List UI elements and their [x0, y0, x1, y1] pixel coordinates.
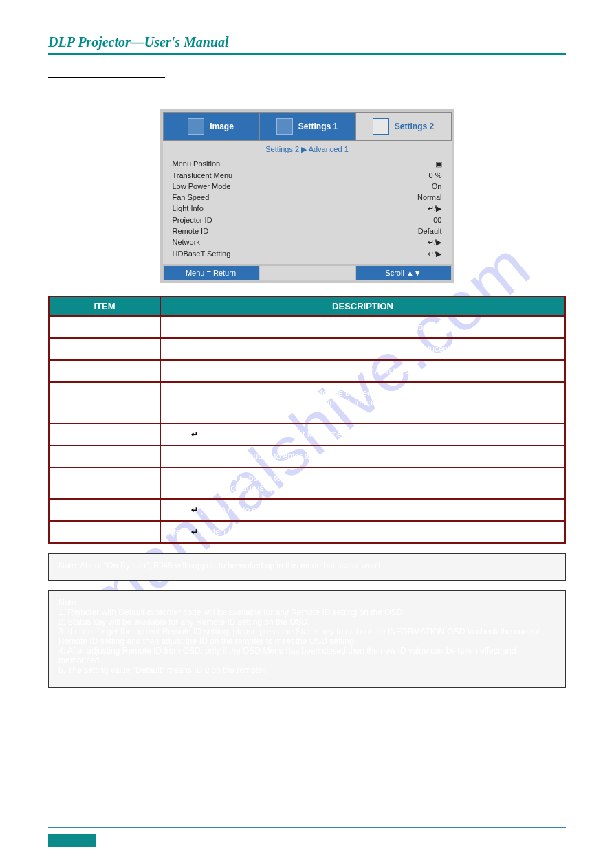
osd-row-value: ↵/▶: [428, 238, 441, 247]
table-item: HDBaseT Setting: [49, 521, 160, 543]
osd-body: Menu Position▣ Translucent Menu0 % Low P…: [163, 157, 452, 264]
osd-row-label: HDBaseT Setting: [173, 249, 231, 258]
enter-icon: ↵: [191, 505, 198, 515]
osd-row[interactable]: Low Power ModeOn: [173, 181, 442, 192]
osd-row-value: On: [432, 182, 442, 190]
table-row: Fan SpeedPress the cursor ◄► button to e…: [49, 382, 565, 423]
table-desc-text: (Enter) / ► to enter the HDBaseT Control…: [198, 527, 377, 537]
page-header-title: DLP Projector—User's Manual: [48, 34, 566, 53]
enter-icon: ↵: [191, 430, 198, 439]
section-title-underline: [48, 67, 165, 78]
osd-row[interactable]: Translucent Menu0 %: [173, 170, 442, 181]
table-item: Fan Speed: [49, 382, 160, 423]
table-desc: Press the cursor ◄► button to enter and …: [160, 338, 565, 360]
osd-row-label: Remote ID: [173, 227, 209, 235]
osd-tab-settings1[interactable]: Settings 1: [259, 112, 355, 141]
table-row: NetworkPress ↵ (Enter) / ► to enter the …: [49, 499, 565, 521]
table-desc-text: (Enter) / ► to enter the Light Mode menu…: [198, 430, 353, 439]
osd-row[interactable]: Projector ID00: [173, 214, 442, 225]
table-row: Light Info.Press ↵ (Enter) / ► to enter …: [49, 423, 565, 445]
table-row: HDBaseT SettingPress ↵ (Enter) / ► to en…: [49, 521, 565, 543]
osd-row-label: Fan Speed: [173, 193, 210, 201]
osd-row-value: ↵/▶: [428, 204, 441, 213]
table-row: Low Power ModePress the cursor ◄► button…: [49, 360, 565, 382]
footer-rule: [48, 827, 566, 828]
osd-tab-label: Settings 2: [395, 122, 434, 131]
osd-row-value: 00: [433, 216, 441, 224]
table-item: Translucent Menu: [49, 338, 160, 360]
tools-icon: [373, 118, 389, 135]
osd-row[interactable]: Fan SpeedNormal: [173, 192, 442, 203]
note-box-1: Note: About "On By Lan", RJ45 will suppo…: [48, 553, 566, 581]
table-desc: Press the cursor ◄► button to enter and …: [160, 382, 565, 423]
table-desc-text: Press: [168, 505, 191, 515]
table-desc: Press the cursor ◄► button to enter and …: [160, 360, 565, 382]
osd-footer: Menu = Return Scroll ▲▼: [163, 264, 452, 280]
osd-row[interactable]: Remote IDDefault: [173, 225, 442, 236]
osd-row-value: ▣: [435, 159, 442, 168]
osd-row[interactable]: Network↵/▶: [173, 236, 442, 248]
osd-row-label: Light Info: [173, 204, 204, 213]
osd-tab-image[interactable]: Image: [163, 112, 259, 141]
table-desc: Press the cursor ◄► button to enter and …: [160, 467, 565, 499]
osd-row-label: Projector ID: [173, 216, 212, 224]
table-desc: Press ↵ (Enter) / ► to enter the HDBaseT…: [160, 521, 565, 543]
table-row: Translucent MenuPress the cursor ◄► butt…: [49, 338, 565, 360]
osd-footer-return[interactable]: Menu = Return: [163, 265, 259, 280]
osd-row-label: Network: [173, 238, 200, 247]
osd-row-value: 0 %: [429, 171, 442, 179]
osd-tab-label: Image: [210, 122, 234, 131]
osd-row-label: Translucent Menu: [173, 171, 233, 179]
table-desc-text: Press: [168, 527, 191, 537]
table-item: Network: [49, 499, 160, 521]
image-icon: [188, 118, 204, 135]
table-item: Menu Position: [49, 316, 160, 338]
osd-row-label: Low Power Mode: [173, 182, 231, 190]
table-item: Remote ID: [49, 467, 160, 499]
osd-row[interactable]: Light Info↵/▶: [173, 203, 442, 214]
breadcrumb-a: Settings 2: [265, 145, 299, 153]
note-box-2: Note: 1. Remoter with Default customer c…: [48, 590, 566, 688]
table-head-item: ITEM: [49, 296, 160, 316]
header-rule: [48, 53, 566, 55]
table-desc-text: Press: [168, 430, 191, 439]
table-desc: Press ↵ (Enter) / ► to enter the Light M…: [160, 423, 565, 445]
table-row: Remote IDPress the cursor ◄► button to e…: [49, 467, 565, 499]
table-item: Light Info.: [49, 423, 160, 445]
page-number-badge: [48, 834, 96, 847]
osd-row[interactable]: HDBaseT Setting↵/▶: [173, 248, 442, 260]
chevron-right-icon: ▶: [301, 145, 307, 153]
breadcrumb-b: Advanced 1: [309, 145, 349, 153]
osd-tab-label: Settings 1: [298, 122, 338, 131]
osd-tabs: Image Settings 1 Settings 2: [163, 112, 452, 141]
osd-row-value: ↵/▶: [428, 249, 441, 258]
table-row: Menu PositionPress the cursor ◄► button …: [49, 316, 565, 338]
table-item: Low Power Mode: [49, 360, 160, 382]
table-desc-text: (Enter) / ► to enter the Network menu.: [198, 505, 342, 515]
intro-text: [48, 88, 566, 100]
table-desc: Press ↵ (Enter) / ► to enter the Network…: [160, 499, 565, 521]
osd-row[interactable]: Menu Position▣: [173, 158, 442, 170]
table-desc: Press the cursor ◄► button to enter and …: [160, 316, 565, 338]
osd-footer-scroll[interactable]: Scroll ▲▼: [355, 265, 452, 280]
table-row: Projector IDPress the cursor ◄► button t…: [49, 445, 565, 467]
table-head-desc: DESCRIPTION: [160, 296, 565, 316]
gear-icon: [276, 118, 293, 135]
table-item: Projector ID: [49, 445, 160, 467]
osd-footer-spacer: [259, 265, 355, 280]
osd-breadcrumb: Settings 2 ▶ Advanced 1: [163, 141, 452, 157]
osd-screenshot: Image Settings 1 Settings 2 Settings 2 ▶…: [160, 109, 454, 283]
osd-row-value: Default: [418, 227, 442, 235]
enter-icon: ↵: [191, 527, 198, 537]
osd-row-value: Normal: [417, 193, 441, 201]
osd-tab-settings2[interactable]: Settings 2: [355, 112, 452, 141]
osd-row-label: Menu Position: [173, 159, 221, 168]
feature-table: ITEM DESCRIPTION Menu PositionPress the …: [48, 296, 566, 544]
table-desc: Press the cursor ◄► button to enter and …: [160, 445, 565, 467]
